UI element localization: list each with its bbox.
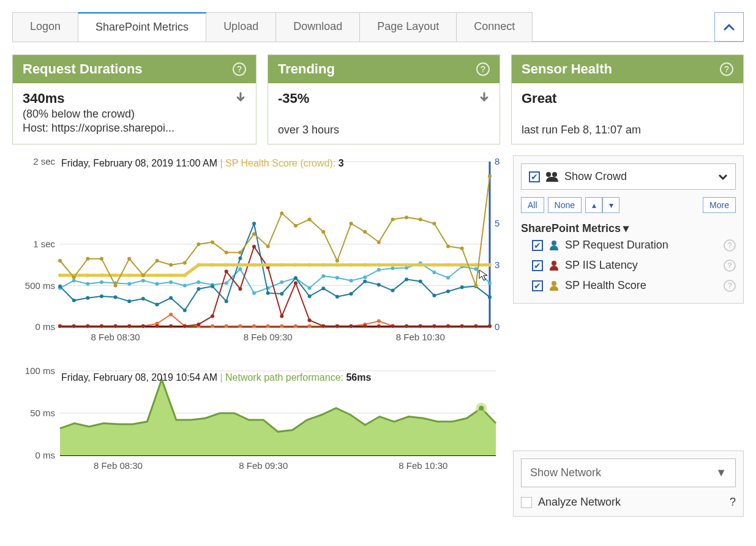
help-icon[interactable]: ?	[476, 62, 490, 76]
metric-row[interactable]: SP Health Score?	[521, 275, 736, 296]
help-icon[interactable]: ?	[724, 239, 736, 252]
svg-point-95	[252, 324, 256, 328]
card-title: Sensor Health	[522, 61, 612, 77]
metric-row[interactable]: SP IIS Latency?	[521, 255, 736, 275]
svg-point-181	[114, 284, 118, 288]
move-down-button[interactable]: ▾	[602, 197, 619, 213]
svg-point-97	[280, 324, 283, 328]
svg-point-143	[474, 324, 477, 328]
help-icon[interactable]: ?	[233, 62, 246, 76]
svg-point-189	[225, 251, 228, 255]
move-up-button[interactable]: ▴	[585, 197, 602, 213]
svg-text:8 Feb 08:30: 8 Feb 08:30	[91, 332, 140, 342]
svg-point-44	[432, 271, 436, 274]
chart1-svg: 0 ms500 ms1 sec2 sec03588 Feb 08:308 Feb…	[12, 155, 502, 351]
svg-point-147	[86, 274, 89, 277]
svg-point-191	[252, 232, 256, 236]
svg-point-60	[211, 285, 214, 288]
tab-upload[interactable]: Upload	[206, 12, 276, 42]
svg-point-122	[183, 324, 187, 328]
svg-text:5: 5	[495, 218, 500, 228]
show-crowd-toggle[interactable]: Show Crowd	[521, 163, 736, 190]
svg-point-184	[155, 259, 159, 263]
network-panel: Show Network ▼ Analyze Network ?	[513, 451, 744, 517]
tab-connect[interactable]: Connect	[456, 12, 533, 42]
more-button[interactable]: More	[703, 197, 736, 213]
chart1-hover-label: Friday, February 08, 2019 11:00 AM | SP …	[61, 158, 344, 169]
svg-point-33	[280, 280, 283, 284]
analyze-network-label: Analyze Network	[538, 496, 621, 509]
svg-point-73	[391, 289, 394, 293]
svg-point-27	[196, 280, 200, 284]
tab-logon[interactable]: Logon	[12, 12, 78, 42]
svg-text:100 ms: 100 ms	[25, 365, 55, 376]
chevron-down-icon	[718, 170, 728, 183]
svg-point-121	[169, 324, 173, 328]
svg-point-137	[391, 324, 394, 328]
metric-row[interactable]: SP Request Duration?	[521, 235, 736, 255]
svg-point-94	[238, 324, 242, 328]
svg-point-176	[488, 263, 492, 267]
help-icon[interactable]: ?	[724, 260, 736, 272]
svg-point-157	[225, 263, 228, 267]
tab-download[interactable]: Download	[275, 12, 360, 42]
svg-point-124	[211, 314, 214, 318]
svg-point-62	[238, 256, 242, 260]
svg-point-145	[58, 274, 62, 277]
help-icon[interactable]: ?	[724, 280, 736, 292]
svg-point-170	[405, 263, 408, 267]
tab-spacer	[532, 12, 709, 42]
tab-page-layout[interactable]: Page Layout	[359, 12, 457, 42]
svg-point-18	[72, 279, 76, 282]
charts-column: 0 ms500 ms1 sec2 sec03588 Feb 08:308 Feb…	[12, 155, 502, 525]
help-icon[interactable]: ?	[720, 62, 733, 76]
svg-text:50 ms: 50 ms	[30, 408, 55, 418]
svg-point-171	[419, 263, 422, 267]
svg-point-61	[225, 299, 228, 303]
summary-cards: Request Durations ? 340ms (80% below the…	[12, 54, 744, 144]
svg-point-127	[252, 245, 256, 249]
svg-point-190	[238, 251, 242, 255]
svg-point-188	[211, 241, 214, 244]
help-icon[interactable]: ?	[730, 496, 736, 509]
chart-network[interactable]: 0 ms50 ms100 ms8 Feb 08:308 Feb 09:308 F…	[12, 364, 502, 486]
show-network-select[interactable]: Show Network ▼	[521, 458, 736, 487]
svg-point-120	[155, 324, 159, 328]
svg-point-47	[474, 267, 477, 271]
analyze-network-checkbox[interactable]	[521, 497, 532, 508]
svg-point-220	[479, 406, 484, 411]
svg-point-131	[308, 318, 312, 322]
person-icon	[549, 241, 559, 250]
metric-checkbox[interactable]	[532, 260, 543, 271]
svg-point-24	[155, 282, 159, 286]
svg-point-185	[169, 263, 173, 267]
svg-point-126	[238, 287, 242, 291]
show-crowd-checkbox[interactable]	[529, 171, 540, 182]
svg-point-205	[446, 244, 450, 248]
svg-point-57	[169, 296, 173, 300]
svg-point-196	[321, 230, 325, 234]
svg-point-50	[72, 299, 76, 302]
card-request-durations: Request Durations ? 340ms (80% below the…	[12, 54, 256, 144]
svg-point-159	[252, 263, 256, 267]
svg-point-19	[86, 282, 89, 286]
svg-point-140	[432, 324, 436, 328]
svg-text:0 ms: 0 ms	[35, 321, 55, 332]
metric-checkbox[interactable]	[532, 280, 543, 291]
svg-point-203	[419, 218, 422, 222]
collapse-button[interactable]	[714, 12, 744, 42]
svg-point-129	[280, 314, 283, 318]
select-all-button[interactable]: All	[521, 197, 544, 213]
svg-point-78	[460, 285, 464, 289]
chevron-down-icon: ▾	[623, 222, 629, 235]
svg-point-162	[294, 263, 298, 267]
svg-point-198	[350, 222, 353, 225]
svg-point-208	[488, 174, 492, 178]
svg-text:8 Feb 10:30: 8 Feb 10:30	[396, 332, 445, 342]
tab-sharepoint-metrics[interactable]: SharePoint Metrics	[78, 12, 206, 42]
metrics-section-header[interactable]: SharePoint Metrics ▾	[521, 222, 736, 235]
metric-checkbox[interactable]	[532, 240, 543, 251]
svg-point-199	[363, 230, 367, 234]
select-none-button[interactable]: None	[548, 197, 582, 213]
chart-sharepoint-metrics[interactable]: 0 ms500 ms1 sec2 sec03588 Feb 08:308 Feb…	[12, 155, 502, 351]
